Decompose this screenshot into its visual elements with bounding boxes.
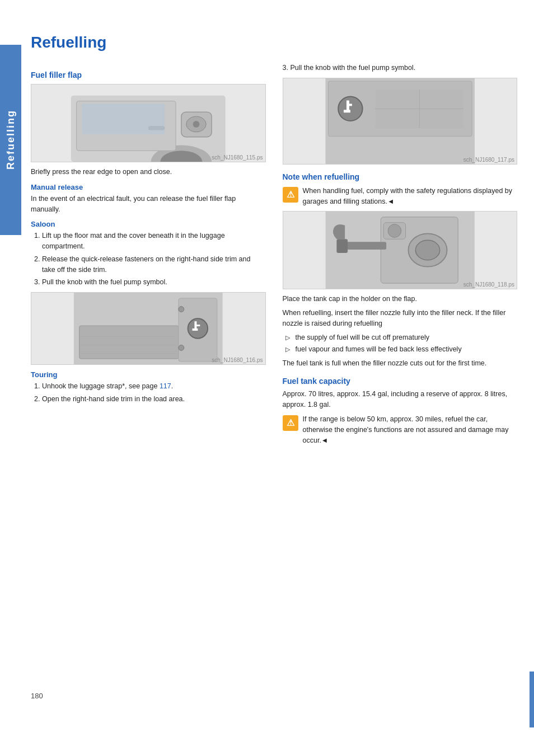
fuel-filler-flap-heading: Fuel filler flap [31, 71, 266, 79]
warning-icon: ⚠ [283, 187, 298, 203]
fuel-back-arrow: ◄ [321, 436, 328, 444]
tank-cap-image: sch_NJ1680_118.ps [283, 211, 518, 289]
touring-heading: Touring [31, 370, 266, 379]
fuel-filler-flap-image: sch_NJ1680_115.ps [31, 84, 266, 162]
touring-step-1-suffix: . [171, 382, 173, 390]
manual-release-text: In the event of an electrical fault, you… [31, 194, 266, 215]
bullet-1: the supply of fuel will be cut off prema… [285, 332, 518, 343]
note-back-arrow: ◄ [387, 198, 394, 205]
touring-step-1-link[interactable]: 117 [160, 382, 171, 390]
note-refuelling-text: When handling fuel, comply with the safe… [303, 186, 518, 207]
saloon-steps: Lift up the floor mat and the cover bene… [42, 231, 266, 288]
svg-rect-26 [346, 104, 352, 106]
touring-steps: Unhook the luggage strap*, see page 117.… [42, 381, 266, 405]
saloon-step-3: Pull the knob with the fuel pump symbol. [42, 277, 266, 288]
svg-point-35 [388, 224, 401, 238]
cap-image-label: sch_NJ1680_118.ps [463, 281, 514, 288]
fuel-warning-icon: ⚠ [283, 415, 298, 431]
right-column: 3. Pull the knob with the fuel pump symb… [283, 63, 518, 450]
left-column: Fuel filler flap [31, 63, 266, 450]
touring-step-1: Unhook the luggage strap*, see page 117. [42, 381, 266, 392]
svg-rect-8 [82, 104, 165, 134]
note-refuelling-warning: ⚠ When handling fuel, comply with the sa… [283, 186, 518, 207]
saloon-step-1: Lift up the floor mat and the cover bene… [42, 231, 266, 252]
saloon-step-2: Release the quick-release fasteners on t… [42, 254, 266, 275]
svg-point-6 [193, 121, 200, 128]
fuel-tank-warning-text: If the range is below 50 km, approx. 30 … [303, 414, 518, 445]
fuel-tank-warning: ⚠ If the range is below 50 km, approx. 3… [283, 414, 518, 445]
svg-rect-25 [344, 110, 350, 112]
svg-rect-10 [79, 326, 179, 359]
svg-point-23 [338, 96, 362, 120]
touring-step-1-text: Unhook the luggage strap*, see page [42, 382, 160, 390]
manual-release-heading: Manual release [31, 183, 266, 191]
svg-rect-14 [193, 328, 198, 331]
refuelling-bullets: the supply of fuel will be cut off prema… [285, 332, 518, 355]
saloon-knob-image: sch_NJ1680_116.ps [31, 292, 266, 365]
fuel-tank-capacity-text: Approx. 70 litres, approx. 15.4 gal, inc… [283, 389, 518, 410]
sidebar-tab-label: Refuelling [5, 110, 17, 170]
bullet-2: fuel vapour and fumes will be fed back l… [285, 344, 518, 355]
svg-rect-15 [195, 325, 200, 326]
knob-image-label: sch_NJ1680_116.ps [212, 357, 263, 363]
page-progress-bar [530, 672, 534, 727]
fuel-tank-capacity-heading: Fuel tank capacity [283, 377, 518, 386]
flap-description: Briefly press the rear edge to open and … [31, 167, 266, 177]
page-title: Refuelling [31, 34, 517, 51]
svg-point-33 [415, 241, 439, 260]
insert-nozzle-text: When refuelling, insert the filler nozzl… [283, 308, 518, 329]
note-refuelling-heading: Note when refuelling [283, 172, 518, 181]
svg-rect-36 [342, 242, 386, 250]
place-tank-cap: Place the tank cap in the holder on the … [283, 294, 518, 304]
sidebar-tab: Refuelling [0, 45, 21, 235]
svg-point-16 [179, 307, 184, 312]
touring-step-2: Open the right-hand side trim in the loa… [42, 394, 266, 405]
step3-text: 3. Pull the knob with the fuel pump symb… [283, 63, 518, 73]
flap-image-label: sch_NJ1680_115.ps [212, 154, 263, 161]
right-knob-image-label: sch_NJ1680_117.ps [463, 157, 514, 163]
saloon-heading: Saloon [31, 220, 266, 228]
page-number: 180 [31, 692, 43, 700]
svg-point-17 [179, 345, 184, 351]
svg-rect-37 [336, 240, 348, 253]
right-knob-image: sch_NJ1680_117.ps [283, 78, 518, 165]
fuel-tank-full: The fuel tank is full when the filler no… [283, 358, 518, 369]
